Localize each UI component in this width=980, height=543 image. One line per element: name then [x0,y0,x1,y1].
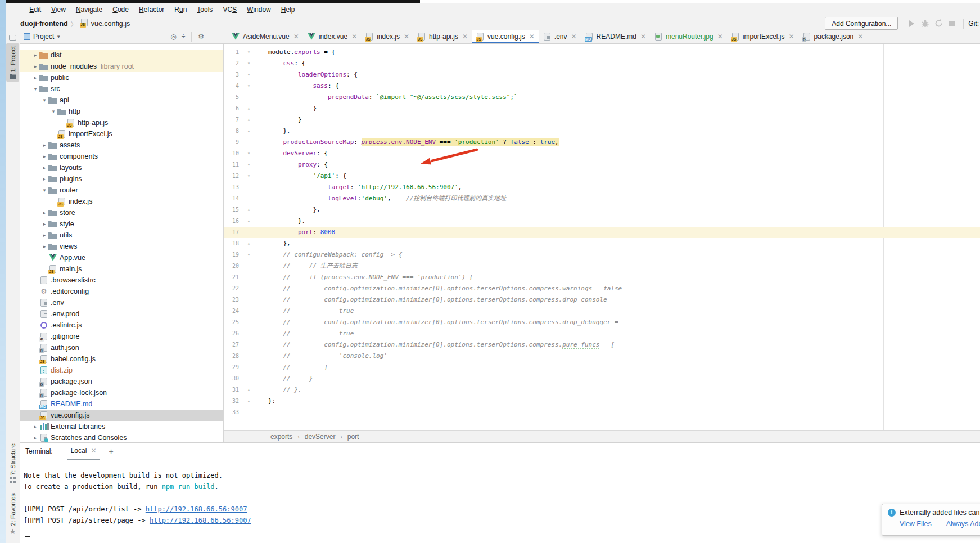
menu-refactor[interactable]: Refactor [134,5,169,15]
tree-item-auth-json[interactable]: {}auth.json [20,342,223,353]
chevron-right-icon[interactable]: ▸ [31,64,39,69]
tree-item-package-json[interactable]: {}package.json [20,376,223,387]
code-line-32[interactable]: 32▴}; [224,396,980,407]
tree-item--eslintrc-js[interactable]: .eslintrc.js [20,320,223,331]
code-line-3[interactable]: 3▾ loaderOptions: { [224,69,980,80]
close-icon[interactable]: ✕ [788,33,794,41]
tab--env[interactable]: .env✕ [539,30,581,43]
menu-code[interactable]: Code [107,5,134,15]
close-icon[interactable]: ✕ [404,33,409,41]
tree-item-src[interactable]: ▾src [20,83,223,95]
view-files-link[interactable]: View Files [900,520,932,528]
breadcrumb-devserver[interactable]: devServer [305,433,336,441]
close-icon[interactable]: ✕ [571,33,577,41]
fold-start-icon[interactable]: ▾ [244,58,254,69]
tree-item-utils[interactable]: ▸utils [20,230,223,241]
code-line-18[interactable]: 18▴ }, [224,238,980,249]
chevron-right-icon[interactable]: ▸ [31,424,39,429]
fold-start-icon[interactable]: ▾ [244,47,254,58]
sidebar-item-structure[interactable]: 7: Structure [6,443,19,483]
code-line-28[interactable]: 28 // 'console.log' [224,351,980,362]
menu-tools[interactable]: Tools [192,5,218,15]
code-line-4[interactable]: 4▾ sass: { [224,80,980,92]
fold-end-icon[interactable]: ▴ [244,204,254,216]
chevron-right-icon[interactable]: ▸ [31,435,39,441]
run-icon[interactable] [905,18,918,29]
breadcrumb-port[interactable]: port [347,433,359,441]
menu-edit[interactable]: Edit [24,5,46,15]
close-icon[interactable]: ✕ [91,447,96,455]
add-configuration-button[interactable]: Add Configuration... [825,17,898,30]
tree-item-router[interactable]: ▾router [20,185,223,196]
chevron-right-icon[interactable]: ▸ [40,165,48,170]
tree-item-views[interactable]: ▸views [20,241,223,252]
tree-item--editorconfig[interactable]: ⚙.editorconfig [20,286,223,297]
terminal-output[interactable]: Note that the development build is not o… [24,470,251,537]
close-icon[interactable]: ✕ [529,33,535,41]
chevron-right-icon[interactable]: ▸ [40,176,48,182]
menu-view[interactable]: View [46,5,71,15]
tree-item--env[interactable]: .env [20,297,223,308]
tree-item-scratches-and-consoles[interactable]: ▸Scratches and Consoles [20,432,223,442]
chevron-right-icon[interactable]: ▸ [40,244,48,249]
tree-item-importexcel-js[interactable]: JSimportExcel.js [20,128,223,140]
always-add-link[interactable]: Always Add [946,520,980,528]
code-line-33[interactable]: 33 [224,407,980,418]
tree-item--env-prod[interactable]: .env.prod [20,308,223,320]
code-line-10[interactable]: 10▾ devServer: { [224,148,980,159]
gear-icon[interactable]: ⚙ [198,33,204,40]
menu-run[interactable]: Run [169,5,192,15]
code-line-15[interactable]: 15▴ }, [224,204,980,216]
tree-item-babel-config-js[interactable]: JSbabel.config.js [20,353,223,365]
tab-menurouter-jpg[interactable]: menuRouter.jpg✕ [650,30,727,43]
code-line-14[interactable]: 14 logLevel:'debug', //控制台终端打印代理前的真实地址 [224,193,980,204]
close-icon[interactable]: ✕ [351,33,357,41]
tab-vue-config-js[interactable]: JSvue.config.js✕ [472,30,539,43]
chevron-down-icon[interactable]: ▾ [31,86,39,92]
chevron-right-icon[interactable]: ▸ [31,52,39,58]
close-icon[interactable]: ✕ [857,33,863,41]
code-line-29[interactable]: 29 // ] [224,362,980,373]
tab-importexcel-js[interactable]: JSimportExcel.js✕ [727,30,798,43]
fold-end-icon[interactable]: ▴ [244,114,254,125]
terminal-link[interactable]: http://192.168.66.56:9007 [146,505,247,513]
debug-icon[interactable] [918,18,932,29]
tab-http-api-js[interactable]: JShttp-api.js✕ [413,30,472,43]
fold-end-icon[interactable]: ▴ [244,216,254,227]
tree-item--browserslistrc[interactable]: .browserslistrc [20,275,223,286]
fold-end-icon[interactable]: ▴ [244,396,254,407]
code-line-25[interactable]: 25 // config.optimization.minimizer[0].o… [224,317,980,328]
code-line-24[interactable]: 24 // true [224,306,980,317]
chevron-down-icon[interactable]: ▾ [40,97,48,103]
fold-start-icon[interactable]: ▾ [244,170,254,182]
terminal-link[interactable]: http://192.168.66.56:9007 [150,517,251,524]
breadcrumb-exports[interactable]: exports [270,433,292,441]
git-widget-label[interactable]: Git: [968,20,979,28]
code-line-9[interactable]: 9 productionSourceMap: process.env.NODE_… [224,137,980,148]
tree-item-node-modules[interactable]: ▸node_moduleslibrary root [20,61,223,72]
menu-window[interactable]: Window [242,5,276,15]
tree-item-readme-md[interactable]: MDREADME.md [20,398,223,410]
close-icon[interactable]: ✕ [717,33,723,41]
chevron-right-icon[interactable]: ▸ [40,210,48,216]
tree-item-app-vue[interactable]: App.vue [20,252,223,263]
code-line-5[interactable]: 5 prependData: `@import "~@/assets/scss/… [224,92,980,103]
chevron-right-icon[interactable]: ▸ [40,154,48,159]
stop-icon[interactable] [945,18,959,29]
menu-vcs[interactable]: VCS [218,5,242,15]
tree-item-plugins[interactable]: ▸plugins [20,173,223,185]
code-line-23[interactable]: 23 // config.optimization.minimizer[0].o… [224,294,980,306]
fold-start-icon[interactable]: ▾ [244,69,254,80]
tree-item-package-lock-json[interactable]: {}package-lock.json [20,387,223,398]
code-line-26[interactable]: 26 // true [224,328,980,339]
tab-readme-md[interactable]: MDREADME.md✕ [581,30,650,43]
breadcrumb-project[interactable]: duoji-frontend [20,20,68,28]
fold-start-icon[interactable]: ▾ [244,159,254,170]
tree-item-layouts[interactable]: ▸layouts [20,162,223,173]
tree-item-api[interactable]: ▾api [20,95,223,106]
chevron-right-icon[interactable]: ▸ [40,142,48,148]
rerun-icon[interactable] [932,18,945,29]
code-line-27[interactable]: 27 // config.optimization.minimizer[0].o… [224,339,980,351]
chevron-down-icon[interactable]: ▾ [40,187,48,193]
collapse-all-icon[interactable]: ÷ [182,33,186,40]
